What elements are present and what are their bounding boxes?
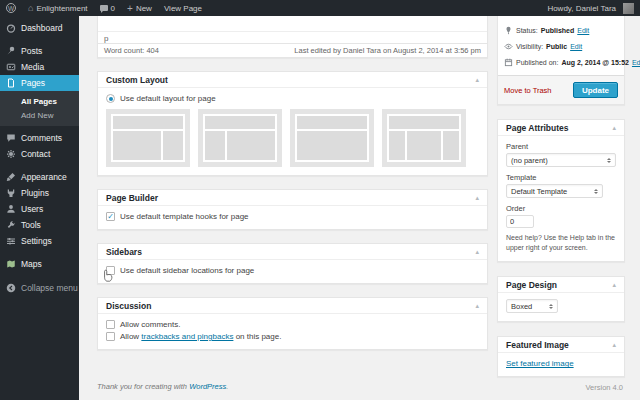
comments-icon xyxy=(6,133,16,143)
view-page-menu[interactable]: View Page xyxy=(158,0,208,16)
sidebar-item-media[interactable]: Media xyxy=(0,59,79,75)
page-attributes-header[interactable]: Page Attributes ▴ xyxy=(498,120,624,136)
sidebar-item-label: Dashboard xyxy=(21,23,63,33)
sidebar-item-comments[interactable]: Comments xyxy=(0,130,79,146)
toggle-panel-icon[interactable]: ▴ xyxy=(612,281,616,288)
word-count-label: Word count: xyxy=(104,46,144,55)
published-on-value: Aug 2, 2014 @ 15:52 xyxy=(561,59,629,66)
allow-trackbacks-checkbox[interactable] xyxy=(106,332,115,341)
sidebars-header[interactable]: Sidebars ▴ xyxy=(98,244,487,260)
layout-option-full-width[interactable] xyxy=(290,109,374,167)
page-builder-metabox: Page Builder ▴ ✓ Use default template ho… xyxy=(97,189,488,230)
trackbacks-suffix: on this page. xyxy=(233,332,281,341)
order-input[interactable] xyxy=(506,215,534,228)
sidebar-item-settings[interactable]: Settings xyxy=(0,233,79,249)
sidebar-item-contact[interactable]: Contact xyxy=(0,146,79,162)
toggle-panel-icon[interactable]: ▴ xyxy=(612,124,616,131)
comments-shortcut[interactable]: 0 xyxy=(94,0,121,16)
sidebar-item-posts[interactable]: Posts xyxy=(0,43,79,59)
toggle-panel-icon[interactable]: ▴ xyxy=(475,194,479,201)
set-featured-image-link[interactable]: Set featured image xyxy=(506,359,574,368)
sidebar-item-label: Media xyxy=(21,62,44,72)
new-content-menu[interactable]: + New xyxy=(121,0,158,16)
default-layout-radio[interactable] xyxy=(106,94,115,103)
page-design-metabox: Page Design ▴ Boxed xyxy=(497,276,625,322)
pages-icon xyxy=(6,78,16,88)
template-label: Template xyxy=(506,173,616,182)
toggle-panel-icon[interactable]: ▴ xyxy=(475,248,479,255)
layout-option-content-sidebar[interactable] xyxy=(106,109,190,167)
metabox-title: Featured Image xyxy=(506,340,569,350)
page-design-header[interactable]: Page Design ▴ xyxy=(498,277,624,293)
discussion-header[interactable]: Discussion ▴ xyxy=(98,298,487,314)
sidebar-item-users[interactable]: Users xyxy=(0,201,79,217)
published-on-label: Published on: xyxy=(516,59,558,66)
editor-box: p Word count: 404 Last edited by Daniel … xyxy=(97,16,488,58)
sidebar-item-plugins[interactable]: Plugins xyxy=(0,185,79,201)
template-hooks-checkbox[interactable]: ✓ xyxy=(106,212,115,221)
sidebar-item-tools[interactable]: Tools xyxy=(0,217,79,233)
wordpress-link[interactable]: WordPress xyxy=(189,382,226,391)
layout-option-two-sidebars[interactable] xyxy=(382,109,466,167)
toggle-panel-icon[interactable]: ▴ xyxy=(612,341,616,348)
wordpress-logo-icon: W xyxy=(6,3,16,13)
sidebar-item-label: Appearance xyxy=(21,172,67,182)
update-button[interactable]: Update xyxy=(573,82,618,98)
editor-content-bottom[interactable] xyxy=(98,16,487,31)
sidebar-item-pages[interactable]: Pages xyxy=(0,75,79,91)
select-arrows-icon xyxy=(594,189,598,194)
dashboard-icon xyxy=(6,23,16,33)
admin-bar: W ⌂ Enlightenment 0 + New View Page Howd… xyxy=(0,0,640,16)
submenu-item-all-pages[interactable]: All Pages xyxy=(21,94,79,108)
custom-layout-header[interactable]: Custom Layout ▴ xyxy=(98,72,487,88)
status-row: Status: Published Edit xyxy=(498,22,624,38)
home-icon: ⌂ xyxy=(28,4,33,13)
wordpress-logo-menu[interactable]: W xyxy=(0,0,22,16)
sidebar-item-appearance[interactable]: Appearance xyxy=(0,169,79,185)
allow-comments-label: Allow comments. xyxy=(120,320,180,329)
admin-menu: Dashboard Posts Media Pages All Pages Ad… xyxy=(0,16,79,400)
metabox-title: Custom Layout xyxy=(106,75,168,85)
toggle-panel-icon[interactable]: ▴ xyxy=(475,76,479,83)
site-name-menu[interactable]: ⌂ Enlightenment xyxy=(22,0,94,16)
publishing-actions: Move to Trash Update xyxy=(498,75,624,104)
edit-status-link[interactable]: Edit xyxy=(577,27,589,34)
page-design-select[interactable]: Boxed xyxy=(506,299,558,313)
edit-visibility-link[interactable]: Edit xyxy=(570,43,582,50)
custom-layout-metabox: Custom Layout ▴ Use default layout for p… xyxy=(97,71,488,176)
sidebar-item-dashboard[interactable]: Dashboard xyxy=(0,20,79,36)
featured-image-metabox: Featured Image ▴ Set featured image xyxy=(497,336,625,377)
media-icon xyxy=(6,62,16,72)
visibility-label: Visibility: xyxy=(516,43,543,50)
metabox-title: Sidebars xyxy=(106,247,142,257)
collapse-menu-button[interactable]: Collapse menu xyxy=(0,280,79,296)
sidebar-item-label: Posts xyxy=(21,46,42,56)
move-to-trash-link[interactable]: Move to Trash xyxy=(504,86,552,95)
sidebar-item-label: Tools xyxy=(21,220,41,230)
view-page-label: View Page xyxy=(164,4,202,13)
parent-select[interactable]: (no parent) xyxy=(506,153,616,167)
new-label: New xyxy=(136,4,152,13)
sidebar-item-label: Plugins xyxy=(21,188,49,198)
parent-label: Parent xyxy=(506,142,616,151)
layout-options xyxy=(106,109,479,167)
submenu-item-add-new[interactable]: Add New xyxy=(21,108,79,122)
order-label: Order xyxy=(506,204,616,213)
toggle-panel-icon[interactable]: ▴ xyxy=(475,302,479,309)
allow-comments-checkbox[interactable] xyxy=(106,320,115,329)
edit-published-link[interactable]: Edit xyxy=(632,59,640,66)
select-arrows-icon xyxy=(549,304,553,309)
template-select[interactable]: Default Template xyxy=(506,184,603,198)
page-builder-header[interactable]: Page Builder ▴ xyxy=(98,190,487,206)
last-edited-text: Last edited by Daniel Tara on August 2, … xyxy=(294,46,481,55)
my-account-menu[interactable]: Howdy, Daniel Tara xyxy=(541,0,640,16)
featured-image-header[interactable]: Featured Image ▴ xyxy=(498,337,624,353)
layout-option-sidebar-content[interactable] xyxy=(198,109,282,167)
metabox-title: Discussion xyxy=(106,301,151,311)
sidebar-item-maps[interactable]: Maps xyxy=(0,256,79,272)
allow-trackbacks-label: Allow trackbacks and pingbacks on this p… xyxy=(120,332,281,341)
howdy-label: Howdy, Daniel Tara xyxy=(547,4,616,13)
version-label: Version 4.0 xyxy=(585,383,623,392)
site-name-label: Enlightenment xyxy=(36,4,87,13)
trackbacks-link[interactable]: trackbacks and pingbacks xyxy=(141,332,233,341)
